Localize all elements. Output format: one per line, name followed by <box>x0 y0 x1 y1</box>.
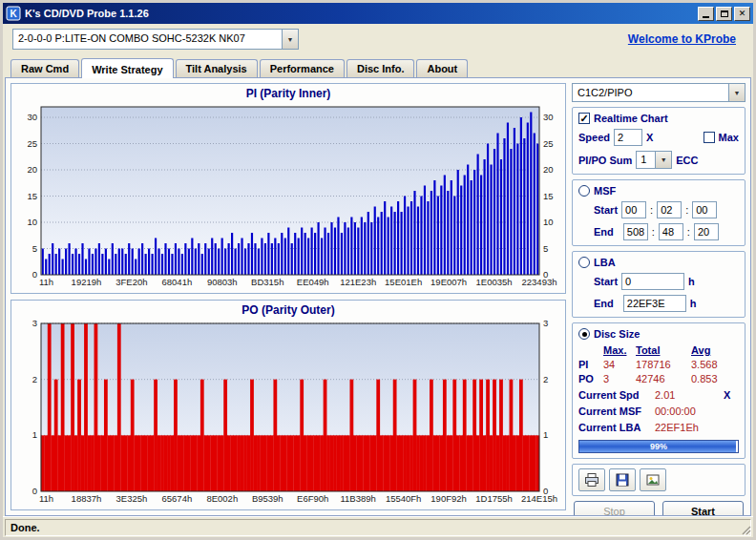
save-button[interactable] <box>609 468 636 491</box>
po-chart-svg: 0011223311h18837h3E325h65674h8E002hB9539… <box>15 320 565 505</box>
print-button[interactable] <box>578 468 605 491</box>
chevron-down-icon[interactable]: ▼ <box>655 152 671 168</box>
msf-start-min[interactable] <box>621 201 646 218</box>
svg-text:11h: 11h <box>39 493 53 504</box>
svg-text:8E002h: 8E002h <box>206 493 238 504</box>
svg-text:30: 30 <box>27 112 37 122</box>
mode-select[interactable]: C1C2/PIPO ▼ <box>572 83 746 102</box>
svg-text:0: 0 <box>32 269 37 280</box>
resize-grip[interactable] <box>739 523 751 535</box>
svg-text:5: 5 <box>543 243 548 254</box>
svg-text:18837h: 18837h <box>72 493 102 504</box>
svg-text:11B389h: 11B389h <box>341 493 376 504</box>
lba-start-unit: h <box>688 276 695 287</box>
svg-text:30: 30 <box>543 112 554 122</box>
max-speed-checkbox[interactable] <box>704 132 715 143</box>
msf-end-label: End <box>594 226 614 238</box>
svg-text:190F92h: 190F92h <box>430 493 467 504</box>
speed-label: Speed <box>578 132 610 143</box>
msf-end-frame[interactable] <box>694 223 719 240</box>
lba-end-unit: h <box>690 298 697 309</box>
disc-size-radio[interactable] <box>578 328 590 340</box>
lba-end-input[interactable] <box>623 295 686 312</box>
msf-end-sec[interactable] <box>659 223 683 240</box>
svg-text:K: K <box>10 9 17 19</box>
svg-text:2: 2 <box>543 374 548 384</box>
svg-text:15540Fh: 15540Fh <box>386 493 422 504</box>
colon-separator: : <box>687 226 690 238</box>
svg-text:10: 10 <box>543 217 554 227</box>
svg-text:19E007h: 19E007h <box>430 277 467 287</box>
image-icon <box>645 472 661 488</box>
action-buttons: Stop Start <box>572 501 746 516</box>
welcome-link[interactable]: Welcome to KProbe <box>628 32 736 46</box>
tab-raw-cmd[interactable]: Raw Cmd <box>10 59 79 77</box>
svg-text:15E01Eh: 15E01Eh <box>385 277 422 287</box>
svg-text:1: 1 <box>543 429 548 440</box>
po-chart-title: PO (Parity Outer) <box>15 303 561 320</box>
svg-text:10: 10 <box>27 217 37 227</box>
msf-label: MSF <box>594 185 616 197</box>
pi-chart-svg: 00551010151520202525303011h19219h3FE20h6… <box>15 103 565 288</box>
pipo-sum-label: PI/PO Sum <box>578 155 632 166</box>
msf-radio[interactable] <box>578 185 590 197</box>
svg-text:15: 15 <box>27 191 37 201</box>
colon-separator: : <box>650 204 653 216</box>
svg-text:20: 20 <box>27 164 37 175</box>
svg-text:214E15h: 214E15h <box>521 493 557 504</box>
close-button[interactable]: ✕ <box>734 7 750 21</box>
colon-separator: : <box>652 226 655 238</box>
lba-start-input[interactable] <box>621 273 684 290</box>
current-lba-value: 22EF1Eh <box>655 422 724 433</box>
po-chart: PO (Parity Outer) 0011223311h18837h3E325… <box>10 300 566 510</box>
lba-radio[interactable] <box>578 257 590 268</box>
lba-range-group: LBA Start h End h <box>572 251 746 318</box>
stats-header-total: Total <box>636 344 691 356</box>
start-button[interactable]: Start <box>662 501 744 516</box>
tab-disc-info[interactable]: Disc Info. <box>346 59 415 77</box>
pi-total-value: 178716 <box>636 359 691 370</box>
tab-performance[interactable]: Performance <box>260 59 345 77</box>
svg-text:68041h: 68041h <box>162 277 193 287</box>
chevron-down-icon[interactable]: ▼ <box>282 30 298 49</box>
current-spd-unit: X <box>724 389 739 401</box>
svg-text:3: 3 <box>543 320 548 328</box>
po-avg-value: 0.853 <box>691 373 731 384</box>
realtime-chart-checkbox[interactable] <box>578 113 590 124</box>
svg-text:19219h: 19219h <box>72 277 102 287</box>
charts-column: PI (Parity Inner) 0055101015152020252530… <box>10 83 566 510</box>
titlebar[interactable]: K K's CD/DVD Probe 1.1.26 ✕ <box>3 3 753 24</box>
progress-bar: 99% <box>578 440 739 453</box>
tab-write-strategy[interactable]: Write Strategy <box>81 58 173 78</box>
disc-size-label: Disc Size <box>594 328 640 340</box>
tab-tilt-analysis[interactable]: Tilt Analysis <box>176 59 258 77</box>
svg-text:1E0035h: 1E0035h <box>476 277 513 287</box>
tab-about[interactable]: About <box>416 59 468 77</box>
svg-text:B9539h: B9539h <box>252 493 284 504</box>
msf-start-sec[interactable] <box>657 201 682 218</box>
current-spd-value: 2.01 <box>655 389 724 401</box>
drive-select[interactable]: 2-0-0-0 P:LITE-ON COMBO SOHC-5232K NK07 … <box>12 29 299 50</box>
realtime-chart-label: Realtime Chart <box>594 113 668 124</box>
msf-start-label: Start <box>594 204 618 216</box>
max-speed-label: Max <box>719 132 739 143</box>
current-msf-label: Current MSF <box>578 405 655 417</box>
tab-page-write-strategy: PI (Parity Inner) 0055101015152020252530… <box>5 77 751 516</box>
minimize-button[interactable] <box>698 7 714 21</box>
maximize-button[interactable] <box>716 7 732 21</box>
stop-button[interactable]: Stop <box>574 501 655 516</box>
svg-text:11h: 11h <box>39 277 53 287</box>
msf-end-min[interactable] <box>623 223 648 240</box>
chart-options-group: Realtime Chart Speed X Max PI/PO Sum 1 ▼ <box>572 107 746 175</box>
status-bar: Done. <box>3 516 753 537</box>
export-image-button[interactable] <box>640 468 666 491</box>
svg-text:25: 25 <box>27 138 37 149</box>
pi-avg-value: 3.568 <box>691 359 731 370</box>
msf-start-frame[interactable] <box>692 201 717 218</box>
stats-table: Max. Total Avg PI 34 178716 3.568 PO 3 4… <box>578 344 739 384</box>
chevron-down-icon[interactable]: ▼ <box>728 84 745 101</box>
disc-size-stats-group: Disc Size Max. Total Avg PI 34 178716 3.… <box>572 322 746 459</box>
svg-text:90803h: 90803h <box>207 277 238 287</box>
pipo-sum-select[interactable]: 1 ▼ <box>636 151 672 169</box>
speed-input[interactable] <box>614 129 642 146</box>
